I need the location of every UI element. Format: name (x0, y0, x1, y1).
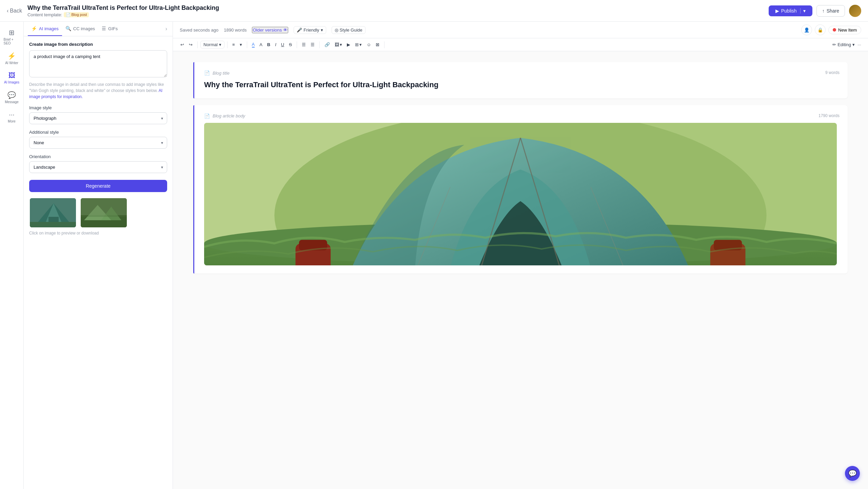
svg-rect-9 (81, 198, 127, 217)
underline-button[interactable]: U (279, 41, 286, 49)
panel-tabs: ⚡ AI images 🔍 CC images ☰ GIFs › (24, 22, 173, 36)
link-button[interactable]: 🔗 (322, 41, 332, 49)
sidebar-item-ai-images[interactable]: 🖼 AI Images (2, 69, 22, 87)
older-versions-button[interactable]: Older versions 👁 (252, 27, 288, 33)
bullet-list-icon: ☰ (302, 42, 306, 47)
align-chevron-button[interactable]: ▾ (238, 41, 244, 49)
image-button[interactable]: 🖼 ▾ (333, 41, 344, 49)
bold-icon: B (267, 42, 270, 47)
blog-title-text[interactable]: Why the TerraTrail UltraTent is Perfect … (204, 80, 837, 90)
undo-icon: ↩ (180, 42, 184, 47)
blog-title-section[interactable]: 📄 Blog title 9 words Why the TerraTrail … (193, 62, 848, 98)
editing-chevron-icon: ▾ (852, 42, 855, 47)
body-section-header: 📄 Blog article body (204, 113, 837, 119)
sidebar-item-ai-writer[interactable]: ⚡ AI Writer (2, 49, 22, 68)
clear-format-button[interactable]: ⊠ (374, 41, 381, 49)
align-group: ≡ ▾ (230, 41, 244, 49)
panel-collapse-button[interactable]: › (164, 24, 169, 33)
editing-dropdown[interactable]: Editing ▾ (837, 42, 855, 47)
link-icon: 🔗 (324, 42, 330, 47)
hint-link[interactable]: AI image prompts for inspiration. (29, 88, 162, 99)
thumbnail-1[interactable] (29, 198, 77, 228)
template-badge: 📄 Blog post (64, 12, 89, 17)
new-item-badge[interactable]: New Item (828, 26, 861, 34)
redo-icon: ↪ (189, 42, 193, 47)
strikethrough-button[interactable]: S (287, 41, 294, 49)
back-button[interactable]: ‹ Back (7, 8, 22, 14)
sidebar-item-message[interactable]: 💬 Message (2, 88, 22, 107)
sidebar-item-brief-seo[interactable]: ⊞ Brief + SEO (2, 26, 22, 48)
body-section-border (193, 105, 194, 274)
message-icon: 💬 (7, 91, 16, 99)
redo-button[interactable]: ↪ (187, 41, 195, 49)
publish-button[interactable]: ▶ Publish ▾ (769, 5, 812, 16)
image-style-group: Image style Photograph Illustration Digi… (29, 105, 167, 124)
ai-images-panel: ⚡ AI images 🔍 CC images ☰ GIFs › Create … (24, 22, 173, 489)
user-add-button[interactable]: 👤 (801, 24, 812, 35)
hint-text: Describe the image in detail and then us… (29, 81, 167, 100)
align-left-button[interactable]: ≡ (230, 41, 237, 49)
avatar[interactable] (849, 5, 861, 17)
image-icon: 🖼 (335, 42, 339, 47)
tab-cc-images[interactable]: 🔍 CC images (62, 22, 98, 36)
undo-button[interactable]: ↩ (178, 41, 186, 49)
image-description-input[interactable]: a product image of a camping tent (29, 50, 167, 77)
template-name: Blog post (72, 13, 87, 17)
eye-icon: 👁 (283, 27, 288, 33)
align-left-icon: ≡ (232, 42, 235, 47)
editor-toolbar: ↩ ↪ Normal ▾ ≡ ▾ (173, 38, 868, 51)
share-button[interactable]: ↑ Share (816, 5, 845, 17)
strikethrough-icon: S (289, 42, 292, 47)
sidebar-item-more-label: More (8, 119, 16, 123)
status-bar-actions: 👤 🔒 New Item (801, 24, 861, 35)
style-guide-button[interactable]: ◎ Style Guide (332, 26, 366, 34)
orientation-select[interactable]: Landscape Portrait Square (29, 161, 167, 173)
toolbar-more-button[interactable]: ··· (856, 41, 863, 49)
underline-icon: U (281, 42, 284, 47)
lock-button[interactable]: 🔒 (815, 24, 826, 35)
image-chevron-icon: ▾ (340, 42, 342, 47)
template-label: Content template: (27, 12, 62, 17)
title-area: Why the TerraTrail UltraTent is Perfect … (27, 4, 769, 17)
blog-body-section[interactable]: 📄 Blog article body 1790 words (193, 105, 848, 274)
tone-selector[interactable]: 🎤 Friendly ▾ (294, 26, 326, 34)
sep-3 (247, 41, 247, 48)
tab-ai-images[interactable]: ⚡ AI images (28, 22, 62, 36)
ordered-list-icon: ☰ (311, 42, 315, 47)
brief-seo-icon: ⊞ (9, 29, 15, 37)
section-header: 📄 Blog title (204, 70, 837, 76)
section-type-label: Blog title (213, 71, 230, 76)
thumbnail-2[interactable] (80, 198, 127, 228)
ai-images-tab-icon: ⚡ (31, 26, 37, 31)
section-type-icon: 📄 (204, 70, 210, 76)
orientation-label: Orientation (29, 154, 167, 159)
emoji-button[interactable]: ☺ (364, 41, 373, 49)
sidebar-item-ai-images-label: AI Images (4, 80, 19, 84)
media-button[interactable]: ▶ (345, 41, 352, 49)
table-button[interactable]: ⊞ ▾ (353, 41, 364, 49)
tab-gifs[interactable]: ☰ GIFs (98, 22, 121, 36)
additional-style-select[interactable]: None Vibrant Dark Minimalist (29, 137, 167, 149)
image-style-select[interactable]: Photograph Illustration Digital Art Wate… (29, 112, 167, 124)
bold-button[interactable]: B (265, 41, 272, 49)
gifs-tab-label: GIFs (108, 26, 118, 31)
regenerate-button[interactable]: Regenerate (29, 180, 167, 192)
style-guide-label: Style Guide (340, 27, 362, 33)
saved-status: Saved seconds ago (180, 27, 218, 33)
sidebar-item-more[interactable]: ··· More (2, 108, 22, 126)
editing-label-group: ✏ Editing ▾ ··· (832, 41, 863, 49)
text-color-button[interactable]: A (250, 40, 257, 49)
clear-format-icon: ⊠ (376, 42, 379, 47)
thumbnail-hint: Click on image to preview or download (29, 231, 167, 236)
italic-button[interactable]: I (273, 41, 278, 49)
publish-chevron-icon[interactable]: ▾ (800, 8, 806, 14)
blog-body-image (204, 123, 837, 265)
lock-icon: 🔒 (817, 27, 823, 33)
text-style-select[interactable]: Normal ▾ (200, 41, 224, 49)
text-style-chevron-icon: ▾ (219, 42, 221, 47)
chat-bubble-button[interactable]: 💬 (845, 466, 860, 481)
highlight-button[interactable]: A (257, 41, 264, 49)
bullet-list-button[interactable]: ☰ (300, 41, 308, 49)
ordered-list-button[interactable]: ☰ (309, 41, 317, 49)
more-icon: ··· (857, 42, 861, 47)
